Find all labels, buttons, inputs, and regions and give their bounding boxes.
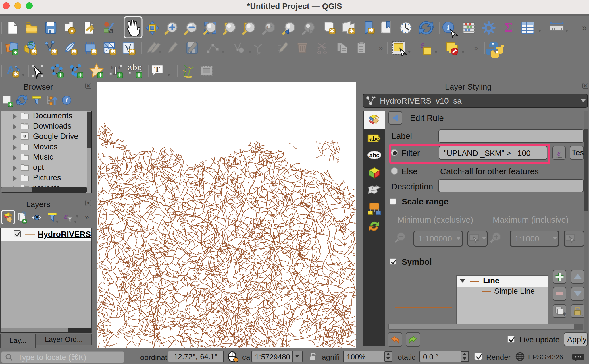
svg-text:✱: ✱: [91, 48, 97, 55]
svg-text:»: »: [85, 213, 89, 222]
svg-text:Σ: Σ: [504, 20, 513, 35]
svg-text:T: T: [154, 64, 160, 74]
svg-text:»: »: [582, 23, 587, 32]
svg-text:✱: ✱: [349, 28, 354, 34]
svg-text:»: »: [474, 44, 478, 52]
svg-text:✱: ✱: [330, 28, 335, 34]
svg-text:abc: abc: [369, 152, 379, 158]
svg-text:ε: ε: [64, 211, 68, 221]
svg-text:abc: abc: [127, 63, 142, 72]
svg-text:✱: ✱: [14, 71, 18, 77]
svg-text:»: »: [379, 44, 383, 52]
svg-text:i: i: [447, 23, 449, 32]
svg-text:abc: abc: [369, 135, 379, 142]
svg-text:1:1: 1:1: [266, 25, 273, 30]
svg-text:✱: ✱: [369, 27, 374, 33]
svg-text:✱: ✱: [562, 312, 566, 317]
svg-text:✱: ✱: [110, 48, 116, 55]
svg-text:i: i: [66, 97, 68, 104]
svg-text:✱: ✱: [130, 48, 135, 55]
svg-text:✱: ✱: [31, 48, 36, 55]
svg-text:✱: ✱: [52, 48, 57, 55]
svg-text:✱: ✱: [72, 48, 77, 55]
